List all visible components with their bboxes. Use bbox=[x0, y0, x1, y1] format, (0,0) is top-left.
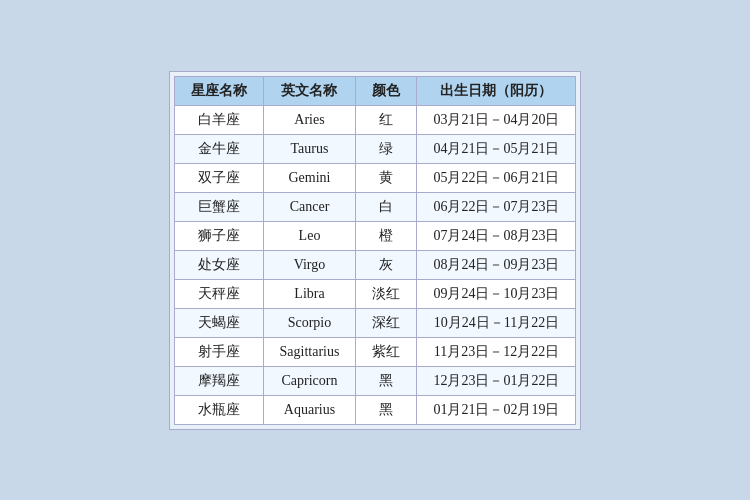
cell-date: 11月23日－12月22日 bbox=[417, 337, 576, 366]
cell-chinese: 双子座 bbox=[174, 163, 263, 192]
cell-date: 06月22日－07月23日 bbox=[417, 192, 576, 221]
cell-color: 橙 bbox=[356, 221, 417, 250]
cell-english: Aries bbox=[263, 105, 356, 134]
table-row: 狮子座Leo橙07月24日－08月23日 bbox=[174, 221, 576, 250]
cell-english: Aquarius bbox=[263, 395, 356, 424]
zodiac-table: 星座名称 英文名称 颜色 出生日期（阳历） 白羊座Aries红03月21日－04… bbox=[174, 76, 577, 425]
table-row: 摩羯座Capricorn黑12月23日－01月22日 bbox=[174, 366, 576, 395]
cell-color: 黑 bbox=[356, 366, 417, 395]
cell-date: 08月24日－09月23日 bbox=[417, 250, 576, 279]
cell-date: 04月21日－05月21日 bbox=[417, 134, 576, 163]
col-header-color: 颜色 bbox=[356, 76, 417, 105]
cell-date: 07月24日－08月23日 bbox=[417, 221, 576, 250]
table-row: 水瓶座Aquarius黑01月21日－02月19日 bbox=[174, 395, 576, 424]
table-row: 天蝎座Scorpio深红10月24日－11月22日 bbox=[174, 308, 576, 337]
table-row: 射手座Sagittarius紫红11月23日－12月22日 bbox=[174, 337, 576, 366]
cell-chinese: 处女座 bbox=[174, 250, 263, 279]
cell-chinese: 狮子座 bbox=[174, 221, 263, 250]
cell-color: 深红 bbox=[356, 308, 417, 337]
cell-date: 12月23日－01月22日 bbox=[417, 366, 576, 395]
table-row: 双子座Gemini黄05月22日－06月21日 bbox=[174, 163, 576, 192]
cell-english: Libra bbox=[263, 279, 356, 308]
cell-color: 紫红 bbox=[356, 337, 417, 366]
cell-color: 黑 bbox=[356, 395, 417, 424]
cell-chinese: 巨蟹座 bbox=[174, 192, 263, 221]
cell-color: 淡红 bbox=[356, 279, 417, 308]
cell-chinese: 水瓶座 bbox=[174, 395, 263, 424]
cell-chinese: 天秤座 bbox=[174, 279, 263, 308]
cell-chinese: 白羊座 bbox=[174, 105, 263, 134]
cell-chinese: 射手座 bbox=[174, 337, 263, 366]
table-row: 金牛座Taurus绿04月21日－05月21日 bbox=[174, 134, 576, 163]
table-row: 天秤座Libra淡红09月24日－10月23日 bbox=[174, 279, 576, 308]
table-row: 白羊座Aries红03月21日－04月20日 bbox=[174, 105, 576, 134]
cell-date: 03月21日－04月20日 bbox=[417, 105, 576, 134]
cell-color: 红 bbox=[356, 105, 417, 134]
col-header-chinese: 星座名称 bbox=[174, 76, 263, 105]
cell-date: 10月24日－11月22日 bbox=[417, 308, 576, 337]
table-row: 巨蟹座Cancer白06月22日－07月23日 bbox=[174, 192, 576, 221]
table-row: 处女座Virgo灰08月24日－09月23日 bbox=[174, 250, 576, 279]
cell-chinese: 天蝎座 bbox=[174, 308, 263, 337]
cell-color: 灰 bbox=[356, 250, 417, 279]
cell-english: Cancer bbox=[263, 192, 356, 221]
cell-color: 黄 bbox=[356, 163, 417, 192]
cell-english: Leo bbox=[263, 221, 356, 250]
cell-english: Taurus bbox=[263, 134, 356, 163]
cell-chinese: 金牛座 bbox=[174, 134, 263, 163]
cell-chinese: 摩羯座 bbox=[174, 366, 263, 395]
col-header-english: 英文名称 bbox=[263, 76, 356, 105]
cell-english: Gemini bbox=[263, 163, 356, 192]
cell-date: 09月24日－10月23日 bbox=[417, 279, 576, 308]
cell-english: Capricorn bbox=[263, 366, 356, 395]
cell-english: Virgo bbox=[263, 250, 356, 279]
header-row: 星座名称 英文名称 颜色 出生日期（阳历） bbox=[174, 76, 576, 105]
cell-english: Sagittarius bbox=[263, 337, 356, 366]
cell-color: 绿 bbox=[356, 134, 417, 163]
main-container: 星座名称 英文名称 颜色 出生日期（阳历） 白羊座Aries红03月21日－04… bbox=[169, 71, 582, 430]
cell-english: Scorpio bbox=[263, 308, 356, 337]
col-header-date: 出生日期（阳历） bbox=[417, 76, 576, 105]
cell-date: 01月21日－02月19日 bbox=[417, 395, 576, 424]
cell-date: 05月22日－06月21日 bbox=[417, 163, 576, 192]
cell-color: 白 bbox=[356, 192, 417, 221]
